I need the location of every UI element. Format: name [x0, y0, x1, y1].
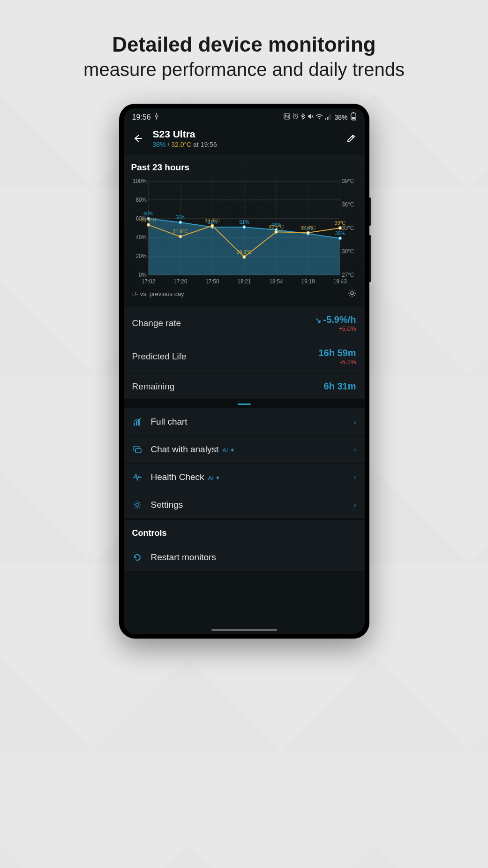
svg-text:30°C: 30°C: [342, 248, 354, 254]
svg-point-67: [338, 227, 341, 229]
menu-label: Restart monitors: [151, 552, 356, 563]
svg-rect-8: [353, 112, 354, 113]
promo-title: Detailed device monitoring: [112, 33, 375, 56]
header-temp: 32.0°C: [171, 141, 191, 148]
stat-delta: -5.2%: [318, 358, 356, 365]
stat-label: Predicted Life: [132, 351, 187, 362]
svg-text:18:21: 18:21: [237, 278, 251, 284]
svg-point-69: [351, 292, 353, 295]
svg-rect-70: [134, 423, 135, 426]
menu-restart-monitors[interactable]: Restart monitors: [124, 544, 365, 571]
svg-rect-6: [330, 114, 330, 120]
menu-health-check[interactable]: Health CheckAI ✦ ›: [124, 464, 365, 491]
svg-text:51%: 51%: [239, 219, 249, 225]
chart-icon: [132, 417, 143, 427]
status-bar: 19:56 38%: [124, 108, 365, 125]
svg-text:17:50: 17:50: [205, 278, 219, 284]
svg-rect-5: [328, 116, 329, 120]
wifi-icon: [315, 114, 323, 121]
edit-button[interactable]: [345, 132, 357, 145]
svg-text:20%: 20%: [135, 253, 147, 259]
svg-text:27°C: 27°C: [342, 272, 354, 278]
stats-list: Change rate ↘-5.9%/h +5.0% Predicted Lif…: [124, 307, 365, 400]
drag-handle[interactable]: [124, 400, 365, 408]
stat-change-rate[interactable]: Change rate ↘-5.9%/h +5.0%: [124, 307, 365, 340]
svg-point-55: [147, 223, 150, 226]
mute-icon: [307, 113, 314, 121]
svg-rect-74: [135, 449, 141, 453]
screen: 19:56 38%: [124, 108, 365, 634]
menu-label: Full chart: [151, 417, 345, 427]
ai-badge: AI ✦: [208, 474, 221, 481]
phone-frame: 19:56 38%: [119, 104, 369, 639]
menu-chat-analyst[interactable]: Chat with analystAI ✦ ›: [124, 436, 365, 464]
device-subtitle: 38% / 32.0°C at 19:56: [153, 141, 336, 148]
svg-point-65: [307, 231, 309, 234]
battery-icon: [351, 112, 356, 122]
vs-previous-label: +/- vs. previous day: [131, 290, 184, 297]
svg-text:60%: 60%: [143, 211, 154, 216]
svg-text:33.3°C: 33.3°C: [204, 218, 220, 223]
svg-text:19:19: 19:19: [301, 278, 315, 284]
device-title: S23 Ultra: [153, 129, 336, 140]
svg-point-53: [338, 237, 341, 240]
chart-settings-button[interactable]: [348, 289, 357, 298]
chart-section: Past 23 hours 0%20%40%60%80%100%27°C30°C…: [124, 155, 365, 304]
svg-rect-3: [325, 118, 326, 120]
svg-point-2: [319, 118, 320, 119]
signal-icon: [325, 114, 331, 121]
svg-text:17:02: 17:02: [142, 278, 155, 284]
menu-label: Health CheckAI ✦: [151, 472, 345, 482]
svg-text:39%: 39%: [335, 230, 345, 236]
menu-label: Settings: [151, 500, 345, 510]
stat-value: 6h 31m: [324, 381, 356, 392]
pulse-icon: [132, 472, 143, 482]
charging-icon: [154, 113, 159, 122]
svg-point-47: [243, 226, 246, 228]
svg-text:80%: 80%: [135, 197, 147, 203]
chevron-right-icon: ›: [354, 446, 356, 453]
chart-title: Past 23 hours: [131, 162, 357, 173]
svg-text:31.9°C: 31.9°C: [173, 228, 188, 234]
back-button[interactable]: [131, 132, 143, 145]
svg-text:100%: 100%: [133, 178, 147, 184]
svg-point-63: [275, 230, 278, 233]
menu-label: Chat with analystAI ✦: [151, 444, 345, 455]
nav-pill[interactable]: [211, 629, 277, 631]
svg-text:56%: 56%: [175, 214, 186, 220]
svg-point-59: [210, 224, 213, 227]
svg-text:0%: 0%: [139, 272, 147, 278]
svg-text:32.5°C: 32.5°C: [268, 224, 284, 229]
stat-remaining[interactable]: Remaining 6h 31m: [124, 373, 365, 400]
svg-text:17:26: 17:26: [173, 278, 187, 284]
bluetooth-icon: [300, 113, 305, 121]
stat-label: Change rate: [132, 318, 181, 328]
svg-text:39°C: 39°C: [342, 178, 354, 184]
chevron-right-icon: ›: [354, 473, 356, 481]
svg-text:36°C: 36°C: [342, 201, 354, 207]
stat-value: 16h 59m: [318, 348, 356, 358]
svg-point-75: [135, 503, 139, 507]
promo-subtitle: measure performance and daily trends: [83, 59, 405, 80]
svg-text:19:43: 19:43: [333, 278, 346, 284]
chevron-right-icon: ›: [354, 418, 356, 426]
menu-full-chart[interactable]: Full chart ›: [124, 408, 365, 436]
svg-rect-71: [136, 421, 137, 426]
svg-point-43: [179, 221, 181, 224]
phone-side-button: [369, 235, 371, 282]
app-header: S23 Ultra 38% / 32.0°C at 19:56: [124, 125, 365, 155]
chat-icon: [132, 444, 143, 455]
stat-label: Remaining: [132, 381, 175, 392]
menu-settings[interactable]: Settings ›: [124, 491, 365, 519]
chart[interactable]: 0%20%40%60%80%100%27°C30°C33°C36°C39°C17…: [131, 178, 357, 286]
trend-down-icon: ↘: [315, 316, 321, 324]
svg-rect-4: [327, 117, 328, 120]
chevron-right-icon: ›: [354, 501, 356, 509]
alarm-icon: [292, 113, 299, 121]
svg-point-61: [243, 256, 246, 259]
stat-delta: +5.0%: [315, 325, 356, 332]
stat-predicted-life[interactable]: Predicted Life 16h 59m -5.2%: [124, 340, 365, 373]
svg-point-57: [179, 235, 181, 238]
controls-header: Controls: [124, 519, 365, 544]
svg-text:40%: 40%: [135, 234, 147, 240]
